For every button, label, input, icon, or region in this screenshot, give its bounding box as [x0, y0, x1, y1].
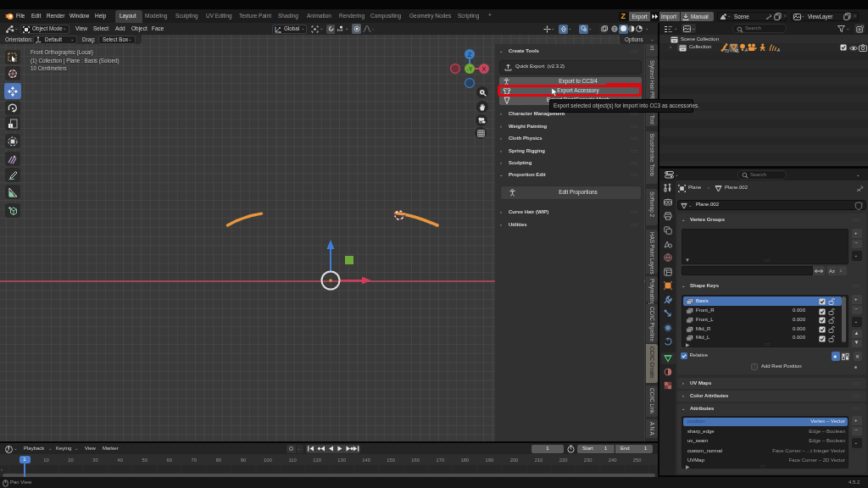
- svg-text:70: 70: [725, 49, 730, 53]
- svg-text:4: 4: [777, 48, 780, 53]
- svg-text:X: X: [481, 65, 486, 73]
- svg-text:41: 41: [735, 49, 740, 53]
- svg-text:-Y: -Y: [467, 66, 473, 72]
- svg-text:Z: Z: [468, 51, 472, 58]
- svg-text:4: 4: [745, 48, 748, 53]
